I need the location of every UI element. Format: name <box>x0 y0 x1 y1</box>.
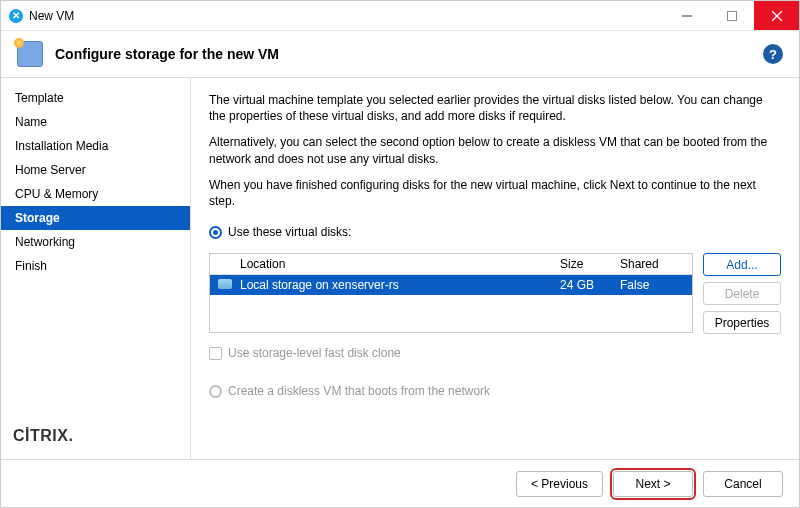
content-area: The virtual machine template you selecte… <box>191 78 799 459</box>
sidebar-item-template[interactable]: Template <box>1 86 190 110</box>
next-button[interactable]: Next > <box>613 471 693 497</box>
help-button[interactable]: ? <box>763 44 783 64</box>
new-vm-wizard-window: ✕ New VM Configure storage for the new V… <box>0 0 800 508</box>
checkbox-icon <box>209 347 222 360</box>
virtual-disks-table[interactable]: Location Size Shared Local storage on xe… <box>209 253 693 333</box>
wizard-footer: < Previous Next > Cancel <box>1 459 799 507</box>
table-header: Location Size Shared <box>210 254 692 275</box>
diskless-vm-radio: Create a diskless VM that boots from the… <box>209 384 781 398</box>
sidebar-item-name[interactable]: Name <box>1 110 190 134</box>
fast-disk-clone-checkbox: Use storage-level fast disk clone <box>209 346 781 360</box>
page-title: Configure storage for the new VM <box>55 46 751 62</box>
sidebar-item-cpu-memory[interactable]: CPU & Memory <box>1 182 190 206</box>
cancel-button[interactable]: Cancel <box>703 471 783 497</box>
properties-disk-button[interactable]: Properties <box>703 311 781 334</box>
wizard-steps-sidebar: Template Name Installation Media Home Se… <box>1 78 191 459</box>
window-title: New VM <box>29 9 74 23</box>
delete-disk-button[interactable]: Delete <box>703 282 781 305</box>
sidebar-item-home-server[interactable]: Home Server <box>1 158 190 182</box>
col-location: Location <box>232 254 552 274</box>
cell-size: 24 GB <box>552 275 612 295</box>
sidebar-item-installation-media[interactable]: Installation Media <box>1 134 190 158</box>
maximize-button[interactable] <box>709 1 754 30</box>
disk-icon <box>218 279 232 289</box>
app-icon: ✕ <box>9 9 23 23</box>
cell-location: Local storage on xenserver-rs <box>232 275 552 295</box>
titlebar: ✕ New VM <box>1 1 799 31</box>
sidebar-item-finish[interactable]: Finish <box>1 254 190 278</box>
maximize-icon <box>727 11 737 21</box>
radio-icon <box>209 385 222 398</box>
wizard-icon <box>17 41 43 67</box>
previous-button[interactable]: < Previous <box>516 471 603 497</box>
intro-paragraph-3: When you have finished configuring disks… <box>209 177 781 209</box>
fast-disk-clone-label: Use storage-level fast disk clone <box>228 346 401 360</box>
diskless-vm-label: Create a diskless VM that boots from the… <box>228 384 490 398</box>
table-row[interactable]: Local storage on xenserver-rs 24 GB Fals… <box>210 275 692 295</box>
cell-shared: False <box>612 275 692 295</box>
intro-paragraph-1: The virtual machine template you selecte… <box>209 92 781 124</box>
add-disk-button[interactable]: Add... <box>703 253 781 276</box>
use-virtual-disks-radio[interactable]: Use these virtual disks: <box>209 225 781 239</box>
wizard-header: Configure storage for the new VM ? <box>1 31 799 78</box>
use-virtual-disks-label: Use these virtual disks: <box>228 225 351 239</box>
sidebar-item-networking[interactable]: Networking <box>1 230 190 254</box>
svg-rect-1 <box>727 11 736 20</box>
col-shared: Shared <box>612 254 692 274</box>
close-button[interactable] <box>754 1 799 30</box>
col-size: Size <box>552 254 612 274</box>
radio-icon <box>209 226 222 239</box>
minimize-icon <box>682 11 692 21</box>
sidebar-item-storage[interactable]: Storage <box>1 206 190 230</box>
citrix-logo: CİTRIX. <box>1 417 190 459</box>
close-icon <box>772 11 782 21</box>
intro-paragraph-2: Alternatively, you can select the second… <box>209 134 781 166</box>
minimize-button[interactable] <box>664 1 709 30</box>
